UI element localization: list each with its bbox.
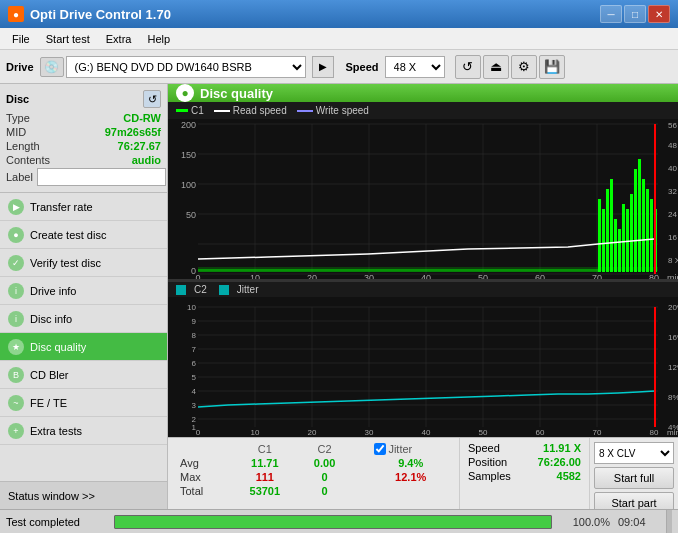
svg-rect-49 <box>642 179 645 272</box>
right-panel: ● Disc quality C1 Read speed Write speed <box>168 84 678 509</box>
svg-rect-54 <box>168 297 678 437</box>
nav-create-test-disc[interactable]: ● Create test disc <box>0 221 167 249</box>
nav-disc-info-label: Disc info <box>30 313 72 325</box>
menu-start-test[interactable]: Start test <box>38 31 98 47</box>
svg-text:70: 70 <box>592 273 602 279</box>
progress-bar <box>115 516 551 528</box>
max-label: Max <box>176 470 231 484</box>
header-c2: C2 <box>299 442 351 456</box>
samples-stat-row: Samples 4582 <box>468 470 581 482</box>
maximize-button[interactable]: □ <box>624 5 646 23</box>
nav-disc-info[interactable]: i Disc info <box>0 305 167 333</box>
nav-verify-test-disc-label: Verify test disc <box>30 257 101 269</box>
status-edge <box>666 510 672 533</box>
disc-quality-icon: ★ <box>8 339 24 355</box>
nav-disc-quality[interactable]: ★ Disc quality <box>0 333 167 361</box>
svg-text:30: 30 <box>364 273 374 279</box>
drive-info-icon: i <box>8 283 24 299</box>
close-button[interactable]: ✕ <box>648 5 670 23</box>
save-icon[interactable]: 💾 <box>539 55 565 79</box>
svg-rect-46 <box>630 194 633 272</box>
svg-text:0: 0 <box>196 428 201 437</box>
svg-text:0: 0 <box>195 273 200 279</box>
svg-text:56 X: 56 X <box>668 121 678 130</box>
nav-fe-te[interactable]: ~ FE / TE <box>0 389 167 417</box>
svg-text:8 X: 8 X <box>668 256 678 265</box>
refresh-icon[interactable]: ↺ <box>455 55 481 79</box>
svg-text:32 X: 32 X <box>668 187 678 196</box>
disc-section-title: Disc <box>6 93 29 105</box>
position-stat-row: Position 76:26.00 <box>468 456 581 468</box>
total-label: Total <box>176 484 231 498</box>
drive-label: Drive <box>6 61 34 73</box>
svg-rect-37 <box>198 269 598 272</box>
menu-help[interactable]: Help <box>139 31 178 47</box>
svg-text:50: 50 <box>186 210 196 220</box>
nav-drive-info[interactable]: i Drive info <box>0 277 167 305</box>
jitter-legend-label: Jitter <box>237 284 259 295</box>
svg-text:80: 80 <box>650 428 659 437</box>
svg-rect-39 <box>602 209 605 272</box>
speed-stat-label: Speed <box>468 442 500 454</box>
write-speed-legend-label: Write speed <box>316 105 369 116</box>
settings-icon[interactable]: ⚙ <box>511 55 537 79</box>
nav-drive-info-label: Drive info <box>30 285 76 297</box>
label-input[interactable] <box>37 168 166 186</box>
start-full-button[interactable]: Start full <box>594 467 674 489</box>
nav-extra-tests-label: Extra tests <box>30 425 82 437</box>
svg-rect-43 <box>618 229 621 272</box>
svg-text:8: 8 <box>192 331 197 340</box>
jitter-header-label: Jitter <box>388 443 412 455</box>
nav-cd-bler[interactable]: B CD Bler <box>0 361 167 389</box>
clv-dropdown[interactable]: 8 X CLV <box>594 442 674 464</box>
type-value: CD-RW <box>123 112 161 124</box>
position-stat-value: 76:26.00 <box>538 456 581 468</box>
chart1-legend: C1 Read speed Write speed <box>168 102 678 119</box>
nav-transfer-rate[interactable]: ▶ Transfer rate <box>0 193 167 221</box>
nav-transfer-rate-label: Transfer rate <box>30 201 93 213</box>
nav-verify-test-disc[interactable]: ✓ Verify test disc <box>0 249 167 277</box>
drive-refresh-button[interactable]: ▶ <box>312 56 334 78</box>
svg-text:8%: 8% <box>668 393 678 402</box>
drive-dropdown[interactable]: (G:) BENQ DVD DD DW1640 BSRB <box>66 56 306 78</box>
stats-right: Speed 11.91 X Position 76:26.00 Samples … <box>459 438 589 509</box>
disc-refresh-button[interactable]: ↺ <box>143 90 161 108</box>
svg-text:min: min <box>667 428 678 437</box>
status-window-button[interactable]: Status window >> <box>0 481 167 509</box>
eject-icon[interactable]: ⏏ <box>483 55 509 79</box>
window-controls: ─ □ ✕ <box>600 5 670 23</box>
svg-rect-48 <box>638 159 641 272</box>
jitter-checkbox[interactable] <box>374 443 386 455</box>
drive-selector: 💿 (G:) BENQ DVD DD DW1640 BSRB <box>40 56 306 78</box>
total-c2: 0 <box>299 484 351 498</box>
menu-file[interactable]: File <box>4 31 38 47</box>
start-part-button[interactable]: Start part <box>594 492 674 509</box>
minimize-button[interactable]: ─ <box>600 5 622 23</box>
progress-percentage: 100.0% <box>560 516 610 528</box>
fe-te-icon: ~ <box>8 395 24 411</box>
app-title: Opti Drive Control 1.70 <box>30 7 171 22</box>
svg-text:10: 10 <box>251 428 260 437</box>
chart2-legend: C2 Jitter <box>168 282 678 297</box>
transfer-rate-icon: ▶ <box>8 199 24 215</box>
svg-rect-45 <box>626 209 629 272</box>
write-speed-legend-dot <box>297 110 313 112</box>
length-label: Length <box>6 140 40 152</box>
menu-extra[interactable]: Extra <box>98 31 140 47</box>
drive-icon: 💿 <box>40 57 64 77</box>
speed-label: Speed <box>346 61 379 73</box>
extra-tests-icon: + <box>8 423 24 439</box>
disc-info-icon: i <box>8 311 24 327</box>
charts-area: C1 Read speed Write speed <box>168 102 678 437</box>
svg-rect-42 <box>614 219 617 272</box>
disc-section: Disc ↺ Type CD-RW MID 97m26s65f Length 7… <box>0 84 167 193</box>
avg-jitter: 9.4% <box>370 456 451 470</box>
verify-test-disc-icon: ✓ <box>8 255 24 271</box>
disc-quality-header: ● Disc quality <box>168 84 678 102</box>
nav-extra-tests[interactable]: + Extra tests <box>0 417 167 445</box>
read-speed-legend-dot <box>214 110 230 112</box>
speed-dropdown[interactable]: 48 X <box>385 56 445 78</box>
contents-label: Contents <box>6 154 50 166</box>
stats-left: C1 C2 Jitter <box>168 438 459 509</box>
max-c1: 111 <box>231 470 299 484</box>
